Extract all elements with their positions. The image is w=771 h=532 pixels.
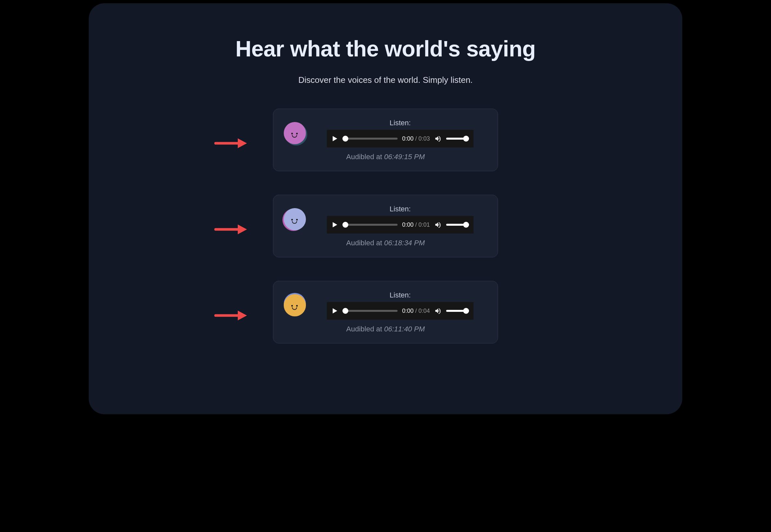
volume-button[interactable] bbox=[434, 221, 442, 228]
volume-button[interactable] bbox=[434, 135, 442, 142]
avatar bbox=[284, 208, 306, 230]
audibled-text: Audibled at 06:18:34 PM bbox=[346, 239, 425, 247]
audio-player[interactable]: 0:00 / 0:04 bbox=[327, 302, 474, 320]
volume-slider[interactable] bbox=[446, 138, 469, 140]
card-row: Listen: 0:00 / 0:04 bbox=[102, 281, 669, 343]
volume-slider[interactable] bbox=[446, 310, 469, 312]
svg-marker-4 bbox=[238, 224, 247, 234]
page-subtitle: Discover the voices of the world. Simply… bbox=[102, 75, 669, 85]
audibled-timestamp: 06:18:34 PM bbox=[384, 239, 425, 247]
listen-label: Listen: bbox=[390, 119, 411, 127]
page-title: Hear what the world's saying bbox=[102, 36, 669, 61]
svg-marker-2 bbox=[333, 136, 337, 141]
audibled-prefix: Audibled at bbox=[346, 239, 384, 247]
audio-card: Listen: 0:00 / 0:01 bbox=[273, 195, 498, 257]
audio-card-list: Listen: 0:00 / 0:03 bbox=[102, 109, 669, 343]
duration-time: 0:03 bbox=[418, 135, 430, 142]
duration-time: 0:04 bbox=[418, 308, 430, 314]
audibled-text: Audibled at 06:11:40 PM bbox=[346, 325, 425, 333]
svg-marker-8 bbox=[333, 308, 337, 313]
annotation-arrow-icon bbox=[214, 138, 247, 149]
volume-thumb[interactable] bbox=[463, 136, 469, 142]
time-separator: / bbox=[414, 308, 418, 314]
annotation-arrow-icon bbox=[214, 310, 247, 321]
volume-slider[interactable] bbox=[446, 224, 469, 226]
seek-slider[interactable] bbox=[342, 310, 398, 312]
card-row: Listen: 0:00 / 0:01 bbox=[102, 195, 669, 257]
audio-card: Listen: 0:00 / 0:04 bbox=[273, 281, 498, 343]
avatar bbox=[284, 122, 306, 144]
time-display: 0:00 / 0:01 bbox=[402, 221, 430, 228]
volume-thumb[interactable] bbox=[463, 222, 469, 228]
audibled-timestamp: 06:49:15 PM bbox=[384, 153, 425, 161]
listen-row: Listen: 0:00 / 0:01 bbox=[284, 205, 487, 234]
volume-button[interactable] bbox=[434, 307, 442, 314]
time-display: 0:00 / 0:04 bbox=[402, 308, 430, 314]
duration-time: 0:01 bbox=[418, 221, 430, 228]
svg-marker-7 bbox=[238, 311, 247, 320]
audibled-prefix: Audibled at bbox=[346, 153, 384, 161]
seek-thumb[interactable] bbox=[342, 222, 348, 228]
volume-thumb[interactable] bbox=[463, 308, 469, 314]
audibled-prefix: Audibled at bbox=[346, 325, 384, 333]
audio-player[interactable]: 0:00 / 0:03 bbox=[327, 130, 474, 147]
seek-slider[interactable] bbox=[342, 138, 398, 140]
audio-player[interactable]: 0:00 / 0:01 bbox=[327, 216, 474, 234]
time-separator: / bbox=[414, 135, 418, 142]
elapsed-time: 0:00 bbox=[402, 221, 414, 228]
audibled-timestamp: 06:11:40 PM bbox=[384, 325, 425, 333]
listen-column: Listen: 0:00 / 0:04 bbox=[313, 291, 487, 320]
card-row: Listen: 0:00 / 0:03 bbox=[102, 109, 669, 171]
listen-row: Listen: 0:00 / 0:04 bbox=[284, 291, 487, 320]
elapsed-time: 0:00 bbox=[402, 135, 414, 142]
audio-card: Listen: 0:00 / 0:03 bbox=[273, 109, 498, 171]
listen-label: Listen: bbox=[390, 205, 411, 213]
elapsed-time: 0:00 bbox=[402, 308, 414, 314]
listen-row: Listen: 0:00 / 0:03 bbox=[284, 119, 487, 147]
play-button[interactable] bbox=[331, 221, 338, 228]
app-window: Hear what the world's saying Discover th… bbox=[89, 3, 682, 414]
audibled-text: Audibled at 06:49:15 PM bbox=[346, 153, 425, 161]
listen-column: Listen: 0:00 / 0:01 bbox=[313, 205, 487, 234]
seek-thumb[interactable] bbox=[342, 308, 348, 314]
time-display: 0:00 / 0:03 bbox=[402, 135, 430, 142]
time-separator: / bbox=[414, 221, 418, 228]
play-button[interactable] bbox=[331, 135, 338, 142]
svg-marker-5 bbox=[333, 222, 337, 227]
avatar bbox=[284, 294, 306, 316]
listen-label: Listen: bbox=[390, 291, 411, 299]
seek-slider[interactable] bbox=[342, 224, 398, 226]
svg-marker-1 bbox=[238, 138, 247, 148]
seek-thumb[interactable] bbox=[342, 136, 348, 142]
annotation-arrow-icon bbox=[214, 224, 247, 235]
play-button[interactable] bbox=[331, 308, 338, 314]
listen-column: Listen: 0:00 / 0:03 bbox=[313, 119, 487, 147]
